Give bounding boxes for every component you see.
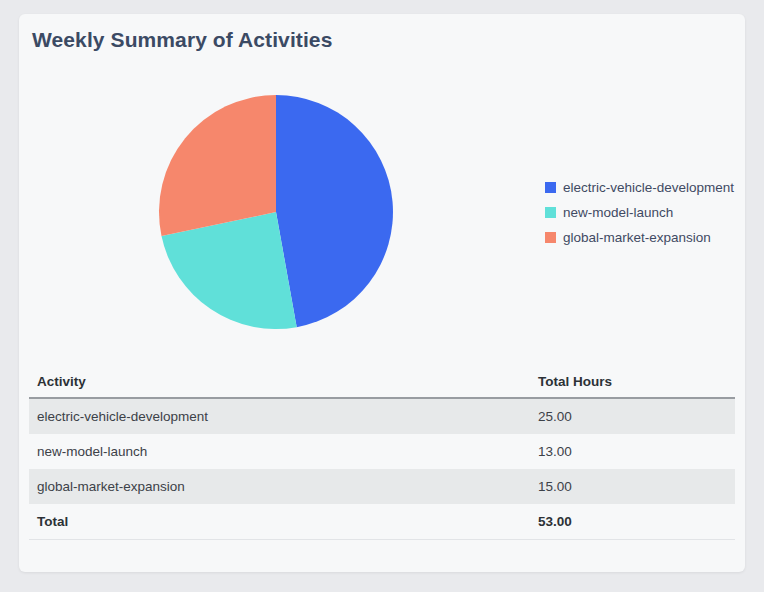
legend-swatch-icon	[545, 207, 556, 218]
legend-item-label: electric-vehicle-development	[563, 180, 734, 195]
pie-chart-svg	[158, 94, 394, 330]
pie-chart	[158, 94, 394, 330]
weekly-summary-card: Weekly Summary of Activities electric-ve…	[19, 14, 745, 572]
chart-legend: electric-vehicle-development new-model-l…	[545, 180, 734, 255]
page-title: Weekly Summary of Activities	[32, 28, 332, 52]
legend-item-label: global-market-expansion	[563, 230, 711, 245]
pie-slice-electric-vehicle-development[interactable]	[276, 95, 393, 327]
activities-table: Activity Total Hours electric-vehicle-de…	[29, 366, 735, 540]
legend-item-new-model-launch[interactable]: new-model-launch	[545, 205, 734, 220]
column-header-total-hours: Total Hours	[530, 366, 735, 398]
table-header-row: Activity Total Hours	[29, 366, 735, 398]
pie-slice-global-market-expansion[interactable]	[159, 95, 276, 236]
legend-swatch-icon	[545, 232, 556, 243]
activities-table-container: Activity Total Hours electric-vehicle-de…	[29, 366, 735, 540]
hours-cell: 15.00	[530, 469, 735, 504]
activity-cell: electric-vehicle-development	[29, 398, 530, 434]
legend-item-electric-vehicle-development[interactable]: electric-vehicle-development	[545, 180, 734, 195]
activity-cell: global-market-expansion	[29, 469, 530, 504]
total-label-cell: Total	[29, 504, 530, 540]
total-hours-cell: 53.00	[530, 504, 735, 540]
hours-cell: 25.00	[530, 398, 735, 434]
table-row: new-model-launch 13.00	[29, 434, 735, 469]
activity-cell: new-model-launch	[29, 434, 530, 469]
table-row: electric-vehicle-development 25.00	[29, 398, 735, 434]
column-header-activity: Activity	[29, 366, 530, 398]
table-total-row: Total 53.00	[29, 504, 735, 540]
table-row: global-market-expansion 15.00	[29, 469, 735, 504]
legend-item-global-market-expansion[interactable]: global-market-expansion	[545, 230, 734, 245]
hours-cell: 13.00	[530, 434, 735, 469]
legend-item-label: new-model-launch	[563, 205, 673, 220]
legend-swatch-icon	[545, 182, 556, 193]
